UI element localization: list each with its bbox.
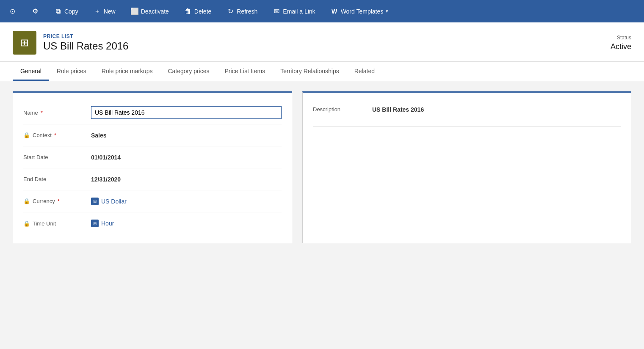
copy-label: Copy	[64, 8, 78, 15]
context-label: 🔒 Context *	[23, 132, 91, 138]
end-date-value: 12/31/2020	[91, 176, 282, 183]
word-icon: W	[331, 8, 338, 15]
delete-label: Delete	[194, 8, 211, 15]
time-unit-link-icon: ⊞	[91, 220, 99, 227]
context-value: Sales	[91, 132, 282, 139]
time-unit-lock-icon: 🔒	[23, 220, 30, 227]
currency-row: 🔒 Currency * ⊞ US Dollar	[23, 190, 282, 212]
start-date-row: Start Date 01/01/2014	[23, 146, 282, 168]
currency-required: *	[58, 198, 60, 204]
status-value: Active	[611, 42, 631, 51]
description-divider	[313, 126, 621, 127]
end-date-label: End Date	[23, 176, 91, 182]
context-lock-icon: 🔒	[23, 132, 30, 138]
tab-related[interactable]: Related	[347, 62, 382, 81]
entity-icon: ⊞	[13, 31, 36, 55]
entity-type: PRICE LIST	[43, 33, 128, 39]
time-unit-value: ⊞ Hour	[91, 220, 282, 228]
start-date-label: Start Date	[23, 154, 91, 160]
description-row: Description US Bill Rates 2016	[313, 101, 621, 118]
refresh-button[interactable]: ↻ Refresh	[219, 0, 265, 22]
tab-price-list-items[interactable]: Price List Items	[217, 62, 273, 81]
copy-button[interactable]: ⧉ Copy	[47, 0, 86, 22]
description-label: Description	[313, 106, 364, 113]
new-button[interactable]: + New	[86, 0, 123, 22]
settings-icon: ⚙	[31, 8, 39, 15]
new-label: New	[104, 8, 116, 15]
tab-role-price-markups[interactable]: Role price markups	[94, 62, 160, 81]
delete-icon: 🗑	[184, 8, 192, 15]
currency-value: ⊞ US Dollar	[91, 197, 282, 205]
settings-button[interactable]: ⚙	[24, 0, 47, 22]
email-link-button[interactable]: ✉ Email a Link	[265, 0, 323, 22]
header-left: ⊞ PRICE LIST US Bill Rates 2016	[13, 31, 128, 55]
word-templates-label: Word Templates	[341, 8, 384, 15]
name-value	[91, 106, 282, 119]
tab-role-prices[interactable]: Role prices	[49, 62, 94, 81]
toolbar: ⊙ ⚙ ⧉ Copy + New ⬜ Deactivate 🗑 Delete ↻…	[0, 0, 644, 22]
delete-button[interactable]: 🗑 Delete	[177, 0, 219, 22]
time-unit-row: 🔒 Time Unit ⊞ Hour	[23, 212, 282, 234]
deactivate-icon: ⬜	[131, 8, 138, 15]
time-unit-label: 🔒 Time Unit	[23, 220, 91, 227]
tabs-bar: General Role prices Role price markups C…	[0, 62, 644, 81]
refresh-icon: ↻	[227, 8, 234, 15]
time-unit-link[interactable]: ⊞ Hour	[91, 220, 114, 227]
new-icon: +	[94, 8, 101, 15]
name-required: *	[41, 110, 43, 116]
deactivate-button[interactable]: ⬜ Deactivate	[123, 0, 177, 22]
tab-general[interactable]: General	[13, 62, 49, 81]
word-templates-button[interactable]: W Word Templates ▾	[323, 0, 396, 22]
currency-link-icon: ⊞	[91, 198, 99, 205]
context-required: *	[54, 132, 56, 138]
entity-icon-symbol: ⊞	[20, 37, 29, 49]
end-date-row: End Date 12/31/2020	[23, 168, 282, 190]
email-label: Email a Link	[283, 8, 315, 15]
page-header: ⊞ PRICE LIST US Bill Rates 2016 Status A…	[0, 22, 644, 62]
description-value: US Bill Rates 2016	[372, 106, 621, 113]
name-label: Name *	[23, 110, 91, 116]
copy-icon: ⧉	[54, 8, 62, 15]
description-panel: Description US Bill Rates 2016	[302, 91, 631, 243]
tab-category-prices[interactable]: Category prices	[160, 62, 217, 81]
start-date-value: 01/01/2014	[91, 154, 282, 161]
name-row: Name *	[23, 101, 282, 124]
name-input[interactable]	[91, 106, 282, 119]
entity-info: PRICE LIST US Bill Rates 2016	[43, 33, 128, 52]
header-right: Status Active	[611, 35, 631, 51]
home-icon: ⊙	[8, 8, 16, 15]
refresh-label: Refresh	[237, 8, 257, 15]
context-row: 🔒 Context * Sales	[23, 124, 282, 146]
deactivate-label: Deactivate	[141, 8, 169, 15]
main-content: Name * 🔒 Context * Sales Start Date 01/0…	[0, 81, 644, 253]
currency-link[interactable]: ⊞ US Dollar	[91, 198, 127, 205]
entity-title: US Bill Rates 2016	[43, 40, 128, 52]
chevron-down-icon: ▾	[386, 8, 388, 14]
status-label: Status	[611, 35, 631, 41]
form-panel: Name * 🔒 Context * Sales Start Date 01/0…	[13, 91, 292, 243]
email-icon: ✉	[273, 8, 280, 15]
home-button[interactable]: ⊙	[3, 0, 24, 22]
currency-lock-icon: 🔒	[23, 198, 30, 204]
currency-label: 🔒 Currency *	[23, 198, 91, 204]
tab-territory-relationships[interactable]: Territory Relationships	[273, 62, 347, 81]
